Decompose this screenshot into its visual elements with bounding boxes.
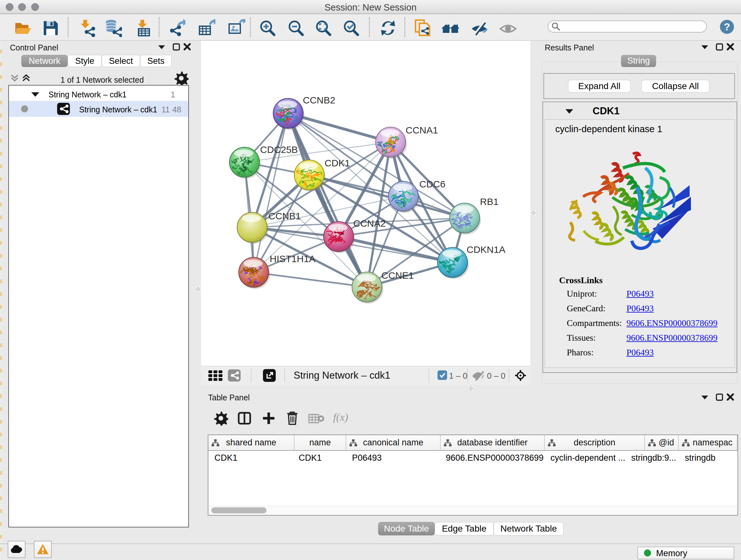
svg-text:CDC25B: CDC25B	[260, 144, 298, 155]
svg-text:CDK1: CDK1	[325, 158, 350, 168]
svg-text:CCNB1: CCNB1	[268, 211, 301, 221]
svg-text:RB1: RB1	[480, 196, 498, 207]
svg-text:CCNA1: CCNA1	[406, 125, 438, 135]
svg-text:HIST1H1A: HIST1H1A	[270, 253, 315, 264]
svg-text:CCNA2: CCNA2	[353, 218, 386, 229]
svg-text:CDC6: CDC6	[419, 179, 446, 189]
svg-text:CDKN1A: CDKN1A	[467, 244, 506, 255]
svg-text:CCNB2: CCNB2	[303, 95, 335, 105]
svg-text:CCNE1: CCNE1	[381, 270, 414, 281]
